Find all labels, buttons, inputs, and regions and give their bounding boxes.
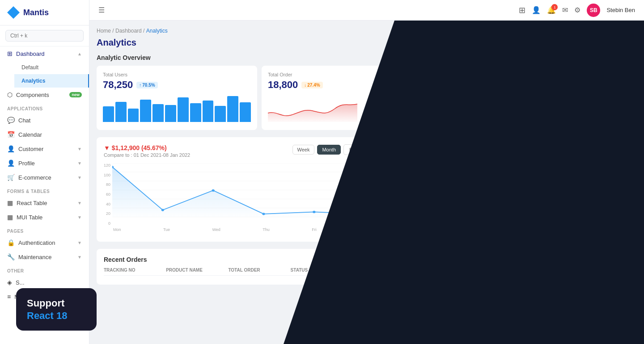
app-name: Mantis xyxy=(23,8,49,17)
pv-pct-2: 25.35% xyxy=(613,286,630,292)
sidebar-item-customer[interactable]: 👤Customer ▼ xyxy=(0,142,89,156)
user-name: Stebin Ben xyxy=(606,7,635,13)
user-switch-icon[interactable]: 👤 xyxy=(532,6,541,14)
chevron-icon: ▲ xyxy=(77,51,82,56)
pv-title-0: Admin Home xyxy=(444,234,496,241)
apps-icon[interactable]: ⊞ xyxy=(519,5,525,15)
month-button[interactable]: Month xyxy=(317,145,341,155)
support-subtitle: React 18 xyxy=(27,310,86,322)
volume-select[interactable]: By Total Volume xyxy=(343,144,401,155)
marketing-area-chart xyxy=(545,57,631,84)
breadcrumb: Home / Dashboard / Analytics xyxy=(97,28,422,34)
stat-label-sales: Total Sales xyxy=(443,34,528,39)
content-left: Home / Dashboard / Analytics Analytics A… xyxy=(89,21,429,344)
customer-icon: 👤 xyxy=(7,145,15,152)
components-icon: ⬡ xyxy=(7,91,13,98)
sidebar-item-maintenance[interactable]: 🔧Maintenance ▼ xyxy=(0,250,89,264)
chevron-icon: ▼ xyxy=(77,215,82,220)
week-button[interactable]: Week xyxy=(292,145,315,155)
page-views-card: Page Views by Page Title Admin Home /dem… xyxy=(436,211,637,344)
menu-icon: ≡ xyxy=(7,293,11,300)
sidebar-item-authentication[interactable]: 🔒Authentication ▼ xyxy=(0,235,89,250)
section-label-forms: Forms & Tables xyxy=(0,185,89,196)
svg-point-12 xyxy=(363,213,366,215)
pv-title-1: Form Elements xyxy=(444,256,496,263)
th-product: PRODUCT NAME xyxy=(166,268,228,273)
svg-text:Sun: Sun xyxy=(534,192,542,196)
mui-table-icon: ▦ xyxy=(7,214,13,221)
bar xyxy=(493,66,499,84)
chevron-icon: ▼ xyxy=(77,161,82,166)
pv-pct-4: 22.21% xyxy=(613,331,630,336)
bar xyxy=(515,58,521,84)
stat-badge-marketing: ↑ 70.5% xyxy=(593,44,614,50)
bar xyxy=(443,71,449,84)
pv-title-3: Form Validation xyxy=(444,301,505,308)
pv-pct-3: 23.17% xyxy=(613,309,630,314)
settings-icon[interactable]: ⚙ xyxy=(574,6,580,14)
download-button[interactable]: ⬇ xyxy=(404,145,415,155)
pv-url-1: /demo/admin/forms.html xyxy=(444,264,496,269)
stat-card-orders: Total Order 18,800 ↓ 27.4% xyxy=(262,66,422,130)
support-title: Support xyxy=(27,297,86,310)
stat-badge-sales: ↓ 27.4% xyxy=(482,44,503,50)
notification-icon[interactable]: 🔔 1 xyxy=(547,6,556,14)
stat-badge-orders: ↓ 27.4% xyxy=(301,82,322,88)
sidebar-item-chat[interactable]: 💬Chat xyxy=(0,113,89,127)
sidebar-item-ecommerce[interactable]: 🛒E-commerce ▼ xyxy=(0,170,89,185)
sidebar-item-mui-table[interactable]: ▦MUI Table ▼ xyxy=(0,210,89,224)
pv-row-2: Utilities /demo/admin/util.html 4848 25.… xyxy=(444,274,630,297)
bar xyxy=(457,68,463,84)
stat-label-orders: Total Order xyxy=(268,72,416,77)
avatar[interactable]: SB xyxy=(587,4,600,17)
stat-value-users: 78,250 xyxy=(103,79,133,91)
svg-point-8 xyxy=(161,209,164,211)
stat-label-users: Total Users xyxy=(103,72,251,77)
bar xyxy=(115,102,127,122)
sidebar-item-analytics[interactable]: Analytics xyxy=(14,74,89,88)
pv-url-0: /demo/admin/index.html xyxy=(444,242,496,247)
search-input[interactable] xyxy=(5,30,84,42)
dark-area-chart: Fri Sat Sun xyxy=(444,106,630,196)
auth-icon: 🔒 xyxy=(7,239,15,246)
chevron-icon: ▼ xyxy=(77,147,82,151)
bar xyxy=(472,67,478,84)
bar xyxy=(500,63,506,84)
section-label-other: Other xyxy=(0,264,89,275)
support-popup[interactable]: Support React 18 xyxy=(16,288,97,331)
logo-area: Mantis xyxy=(0,0,89,25)
pv-row-1: Form Elements /demo/admin/forms.html 521… xyxy=(444,252,630,274)
th-tracking: TRACKING NO xyxy=(104,268,166,273)
split-content: Home / Dashboard / Analytics Analytics A… xyxy=(89,21,644,344)
income-card: ▼ $1,12,900 (45.67%) Compare to : 01 Dec… xyxy=(97,137,422,242)
mail-icon[interactable]: ✉ xyxy=(562,6,568,14)
section-label-applications: Applications xyxy=(0,102,89,113)
stat-card-marketing: Total Marketing $1,12,083 ↑ 70.5% xyxy=(539,28,637,92)
sidebar-item-calendar[interactable]: 📅Calendar xyxy=(0,127,89,142)
chevron-icon: ▼ xyxy=(77,175,82,180)
pv-title-4: Modals xyxy=(444,323,500,330)
bar xyxy=(450,65,456,84)
main-area: ☰ ⊞ 👤 🔔 1 ✉ ⚙ SB Stebin Ben Home / Dashb… xyxy=(89,0,644,344)
sidebar-item-components[interactable]: ⬡Components new xyxy=(0,88,89,102)
sidebar-item-dashboard[interactable]: ⊞Dashboard ▲ xyxy=(0,46,89,61)
users-bar-chart xyxy=(103,95,251,122)
income-value: ▼ $1,12,900 (45.67%) xyxy=(104,144,190,151)
bar xyxy=(178,97,189,122)
pv-row-3: Form Validation /demo/admin/validation.h… xyxy=(444,297,630,319)
bar xyxy=(479,64,485,84)
stat-card-sales: Total Sales $35,078 ↓ 27.4% xyxy=(436,28,534,92)
pv-count-2: 4848 xyxy=(613,279,630,286)
pv-title-2: Utilities xyxy=(444,279,491,285)
svg-point-9 xyxy=(212,189,215,192)
sidebar-item-profile[interactable]: 👤Profile ▼ xyxy=(0,156,89,170)
stat-badge-users: ↑ 70.5% xyxy=(136,82,157,88)
menu-toggle-icon[interactable]: ☰ xyxy=(98,6,105,14)
sidebar-item-default[interactable]: Default xyxy=(14,61,89,74)
logo-icon xyxy=(7,6,20,19)
calendar-icon: 📅 xyxy=(7,131,15,138)
profile-icon: 👤 xyxy=(7,159,15,167)
sidebar-item-sample[interactable]: ◈S... xyxy=(0,275,89,289)
stat-label-marketing: Total Marketing xyxy=(545,34,631,39)
sidebar-item-react-table[interactable]: ▦React Table ▼ xyxy=(0,196,89,210)
